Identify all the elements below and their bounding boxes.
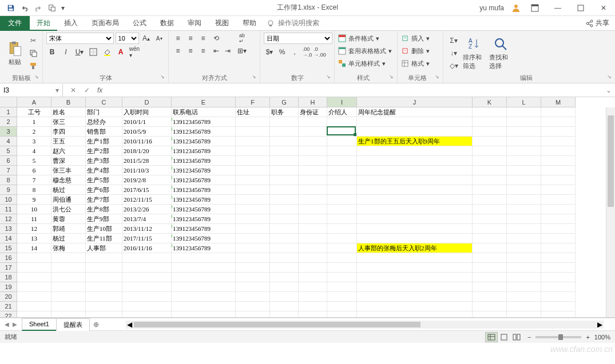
fx-icon[interactable]: fx — [97, 86, 102, 94]
cell[interactable]: 姓名 — [51, 107, 86, 117]
cell[interactable]: 2017/11/15 — [122, 234, 172, 243]
cell[interactable] — [236, 205, 270, 214]
cell[interactable] — [17, 273, 51, 282]
cell[interactable] — [17, 311, 51, 318]
cell[interactable] — [327, 205, 357, 214]
row-header-6[interactable]: 6 — [0, 156, 17, 166]
cell[interactable] — [473, 117, 507, 127]
expand-formula-icon[interactable]: ⌄ — [602, 86, 615, 94]
cell[interactable] — [236, 282, 270, 292]
cell[interactable]: 2019/2/8 — [122, 175, 172, 185]
merge-icon[interactable]: ⊞▾ — [235, 45, 249, 57]
avatar-icon[interactable] — [511, 3, 521, 13]
decrease-decimal-icon[interactable]: .0→.00 — [314, 46, 326, 58]
cell[interactable] — [541, 175, 576, 185]
undo-icon[interactable] — [18, 2, 31, 14]
cell[interactable] — [122, 282, 172, 292]
cell[interactable]: 生产6部 — [86, 185, 122, 195]
paste-button[interactable]: 粘贴 — [3, 41, 26, 66]
cell[interactable] — [541, 205, 576, 214]
cell[interactable] — [270, 214, 299, 224]
row-header-11[interactable]: 11 — [0, 205, 17, 214]
cell[interactable] — [236, 214, 270, 224]
currency-icon[interactable]: $▾ — [264, 46, 275, 58]
cell[interactable] — [327, 302, 357, 311]
cell[interactable] — [473, 311, 507, 318]
cell[interactable]: 3 — [17, 137, 51, 146]
formula-input[interactable] — [106, 86, 602, 94]
cell[interactable]: 人事部的张梅后天入职2周年 — [357, 243, 473, 253]
user-name[interactable]: yu mufa — [479, 4, 504, 12]
cell[interactable] — [299, 273, 327, 282]
cell[interactable] — [327, 195, 357, 205]
cell[interactable] — [299, 156, 327, 166]
cell[interactable]: 部门 — [86, 107, 122, 117]
cell[interactable] — [357, 146, 473, 156]
cell[interactable] — [327, 234, 357, 243]
percent-icon[interactable]: % — [276, 46, 288, 58]
cell[interactable] — [299, 282, 327, 292]
cell[interactable] — [327, 137, 357, 146]
cell[interactable] — [473, 224, 507, 234]
cell[interactable] — [541, 302, 576, 311]
cell[interactable] — [541, 127, 576, 137]
tab-review[interactable]: 审阅 — [181, 16, 208, 31]
column-headers[interactable]: ABCDEFGHIJKLM — [17, 97, 576, 107]
cell[interactable] — [270, 292, 299, 302]
cell[interactable]: 周年纪念提醒 — [357, 107, 473, 117]
cell[interactable] — [236, 243, 270, 253]
cell[interactable]: 139123456789 — [172, 243, 236, 253]
cell[interactable]: 人事部 — [86, 243, 122, 253]
cell[interactable]: 139123456789 — [172, 205, 236, 214]
cell[interactable]: 联系电话 — [172, 107, 236, 117]
cell[interactable]: 12 — [17, 224, 51, 234]
cell[interactable] — [357, 282, 473, 292]
cell[interactable] — [299, 224, 327, 234]
cell[interactable]: 工号 — [17, 107, 51, 117]
decrease-font-icon[interactable]: A▾ — [153, 33, 165, 44]
cell[interactable] — [541, 117, 576, 127]
cell[interactable] — [473, 302, 507, 311]
cell[interactable] — [172, 311, 236, 318]
cell[interactable] — [270, 243, 299, 253]
decrease-indent-icon[interactable]: ⇤ — [211, 45, 222, 57]
cell[interactable] — [541, 166, 576, 175]
cell[interactable] — [541, 253, 576, 263]
row-header-12[interactable]: 12 — [0, 214, 17, 224]
cell[interactable] — [122, 302, 172, 311]
cell[interactable] — [172, 253, 236, 263]
cell[interactable] — [17, 292, 51, 302]
cell[interactable]: 生产9部 — [86, 214, 122, 224]
cell[interactable]: 139123456789 — [172, 117, 236, 127]
cell[interactable] — [86, 292, 122, 302]
cell[interactable] — [270, 146, 299, 156]
cell[interactable] — [473, 234, 507, 243]
cell[interactable] — [51, 302, 86, 311]
cell[interactable] — [507, 205, 541, 214]
minimize-icon[interactable]: — — [549, 1, 567, 15]
cell[interactable]: 入职时间 — [122, 107, 172, 117]
normal-view-icon[interactable] — [485, 332, 498, 342]
row-header-4[interactable]: 4 — [0, 137, 17, 146]
cell[interactable] — [507, 195, 541, 205]
cell[interactable] — [357, 302, 473, 311]
cell[interactable] — [327, 185, 357, 195]
align-right-icon[interactable]: ≡ — [197, 45, 209, 57]
cell[interactable] — [357, 195, 473, 205]
cell[interactable] — [507, 273, 541, 282]
cell[interactable] — [270, 205, 299, 214]
cell[interactable] — [236, 292, 270, 302]
row-header-10[interactable]: 10 — [0, 195, 17, 205]
fill-icon[interactable]: ↓▾ — [448, 47, 459, 59]
cell[interactable] — [270, 137, 299, 146]
cell[interactable] — [17, 282, 51, 292]
row-header-1[interactable]: 1 — [0, 107, 17, 117]
cell[interactable] — [473, 166, 507, 175]
cell[interactable] — [327, 282, 357, 292]
cell[interactable]: 生产11部 — [86, 234, 122, 243]
cell[interactable] — [299, 117, 327, 127]
cell[interactable] — [236, 253, 270, 263]
cell[interactable]: 9 — [17, 195, 51, 205]
cell[interactable] — [86, 253, 122, 263]
col-header-M[interactable]: M — [541, 97, 576, 107]
